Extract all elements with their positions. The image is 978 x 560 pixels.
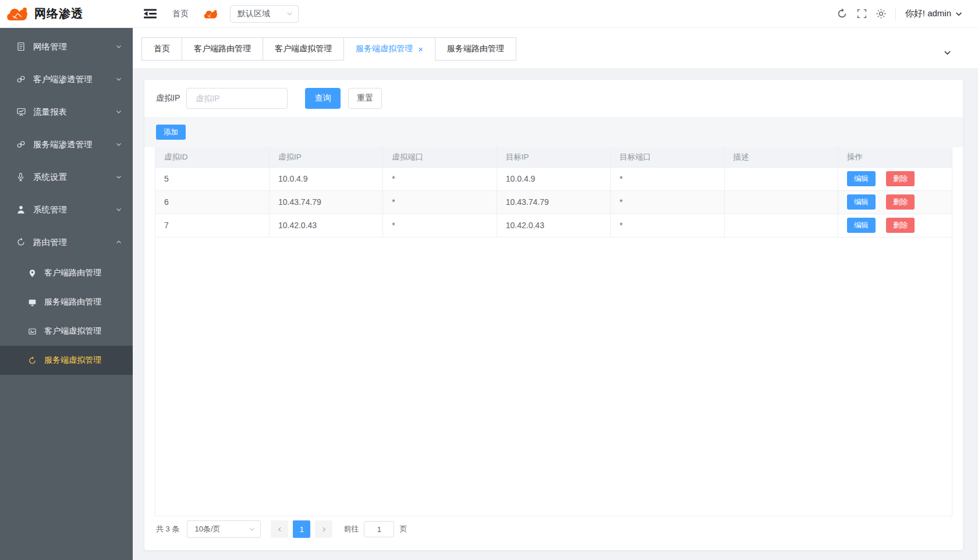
cell-description [724, 167, 838, 190]
sidebar-item-system-settings[interactable]: 系统设置 [0, 161, 133, 193]
cell-virtual-port: * [383, 214, 497, 237]
refresh-icon[interactable] [837, 8, 848, 19]
sidebar-item-route-mgmt[interactable]: 路由管理 [0, 226, 133, 258]
refresh-icon [16, 238, 27, 247]
delete-button[interactable]: 删除 [886, 194, 915, 210]
sidebar-subitem-label: 服务端路由管理 [44, 297, 101, 307]
tab-label: 服务端路由管理 [447, 44, 504, 54]
table-row: 7 10.42.0.43 * 10.42.0.43 * 编辑 删除 [155, 214, 952, 237]
sidebar-item-label: 系统管理 [33, 204, 67, 215]
prev-page-button[interactable] [271, 520, 288, 538]
sidebar-subitem-client-route-mgmt[interactable]: 客户端路由管理 [0, 258, 133, 288]
navbar-divider [895, 8, 896, 20]
chart-board-icon [16, 107, 27, 116]
cell-actions: 编辑 删除 [838, 167, 952, 190]
virtual-ip-input[interactable] [186, 88, 288, 109]
app-window: 网络渗透 首页 默认区域 [0, 0, 978, 560]
page-1-button[interactable]: 1 [293, 520, 310, 538]
sidebar-item-label: 服务端渗透管理 [33, 139, 93, 150]
link-icon [16, 140, 27, 149]
tab-home[interactable]: 首页 [141, 37, 182, 61]
goto-page-input[interactable] [364, 521, 394, 537]
edit-button[interactable]: 编辑 [847, 194, 876, 210]
logo-cloud-icon [5, 6, 29, 22]
sidebar-subitem-client-virtual-mgmt[interactable]: 客户端虚拟管理 [0, 317, 133, 346]
edit-button[interactable]: 编辑 [847, 171, 876, 186]
sidebar-subitem-server-route-mgmt[interactable]: 服务端路由管理 [0, 288, 133, 317]
region-select[interactable]: 默认区域 [230, 5, 299, 23]
page-size-value: 10条/页 [194, 524, 220, 534]
goto-label: 前往 [343, 524, 359, 534]
edit-button[interactable]: 编辑 [847, 218, 876, 233]
cell-virtual-id: 5 [155, 167, 269, 190]
cell-target-port: * [611, 214, 724, 237]
sidebar-item-label: 系统设置 [33, 172, 67, 183]
pagination-total: 共 3 条 [156, 524, 179, 534]
user-greeting: 你好! admin [905, 8, 951, 19]
next-page-button[interactable] [315, 520, 332, 538]
search-label: 虚拟IP [156, 93, 180, 104]
app-title: 网络渗透 [34, 6, 83, 22]
cell-target-ip: 10.43.74.79 [497, 190, 610, 214]
cell-virtual-id: 7 [155, 214, 269, 237]
sidebar-item-label: 路由管理 [33, 237, 67, 248]
cell-target-port: * [611, 167, 724, 190]
tab-bar: 首页 客户端路由管理 客户端虚拟管理 服务端虚拟管理 × 服务端路由管理 [133, 28, 978, 68]
tab-server-virtual-mgmt[interactable]: 服务端虚拟管理 × [343, 37, 435, 61]
tab-client-route-mgmt[interactable]: 客户端路由管理 [182, 37, 263, 61]
delete-button[interactable]: 删除 [886, 171, 915, 186]
pagination: 共 3 条 10条/页 1 前 [156, 520, 963, 538]
link-icon [16, 75, 27, 84]
tab-label: 服务端虚拟管理 [356, 44, 413, 54]
column-header-description: 描述 [724, 147, 838, 167]
close-tab-icon[interactable]: × [418, 45, 423, 54]
data-table: 虚拟ID 虚拟IP 虚拟端口 目标IP 目标端口 描述 操作 5 10.0.4. [155, 147, 952, 516]
top-navbar: 网络渗透 首页 默认区域 [0, 0, 978, 28]
column-header-target-ip: 目标IP [497, 147, 610, 167]
chevron-down-icon [115, 173, 122, 180]
page-size-select[interactable]: 10条/页 [187, 520, 261, 538]
delete-button[interactable]: 删除 [886, 218, 915, 233]
sidebar-subitem-server-virtual-mgmt[interactable]: 服务端虚拟管理 [0, 346, 133, 375]
table-row: 5 10.0.4.9 * 10.0.4.9 * 编辑 删除 [155, 167, 952, 190]
cell-target-ip: 10.42.0.43 [497, 214, 610, 237]
breadcrumb[interactable]: 首页 [172, 9, 189, 19]
sidebar-item-server-pentest-mgmt[interactable]: 服务端渗透管理 [0, 128, 133, 161]
chevron-down-icon [286, 10, 293, 17]
content-card: 虚拟IP 查询 重置 添加 虚拟ID 虚拟IP 虚拟端口 目标IP [144, 80, 963, 550]
cell-actions: 编辑 删除 [838, 190, 952, 214]
tab-label: 客户端路由管理 [194, 44, 251, 54]
tab-server-route-mgmt[interactable]: 服务端路由管理 [435, 37, 516, 61]
microphone-icon [16, 172, 27, 182]
search-form: 虚拟IP 查询 重置 [144, 88, 963, 109]
cell-virtual-port: * [383, 167, 497, 190]
tab-client-virtual-mgmt[interactable]: 客户端虚拟管理 [263, 37, 344, 61]
chevron-down-icon [115, 108, 122, 115]
fullscreen-icon[interactable] [857, 9, 867, 19]
page-unit-label: 页 [399, 524, 407, 534]
sidebar-toggle-icon[interactable] [144, 9, 157, 19]
table-header-row: 虚拟ID 虚拟IP 虚拟端口 目标IP 目标端口 描述 操作 [155, 147, 952, 167]
query-button[interactable]: 查询 [305, 88, 341, 109]
reset-button[interactable]: 重置 [348, 88, 382, 109]
sidebar-item-system-mgmt[interactable]: 系统管理 [0, 193, 133, 226]
tab-label: 首页 [154, 44, 170, 54]
cell-description [724, 190, 838, 214]
sidebar-item-client-pentest-mgmt[interactable]: 客户端渗透管理 [0, 63, 133, 95]
tabs-overflow-chevron-icon[interactable] [943, 48, 952, 57]
sidebar-item-label: 流量报表 [33, 107, 67, 118]
user-menu[interactable]: 你好! admin [905, 8, 963, 19]
cell-virtual-ip: 10.0.4.9 [269, 167, 382, 190]
column-header-target-port: 目标端口 [611, 147, 724, 167]
table-toolbar: 添加 [144, 117, 963, 147]
cell-virtual-id: 6 [155, 190, 269, 214]
theme-sun-icon[interactable] [876, 9, 886, 19]
add-button[interactable]: 添加 [156, 125, 186, 140]
sidebar-item-traffic-report[interactable]: 流量报表 [0, 95, 133, 128]
sidebar-item-network-mgmt[interactable]: 网络管理 [0, 30, 133, 63]
sidebar-item-label: 客户端渗透管理 [33, 74, 93, 85]
chevron-down-icon [115, 206, 122, 213]
sidebar: 网络管理 客户端渗透管理 流量报表 [0, 28, 133, 560]
cell-actions: 编辑 删除 [838, 214, 952, 237]
column-header-actions: 操作 [838, 147, 952, 167]
